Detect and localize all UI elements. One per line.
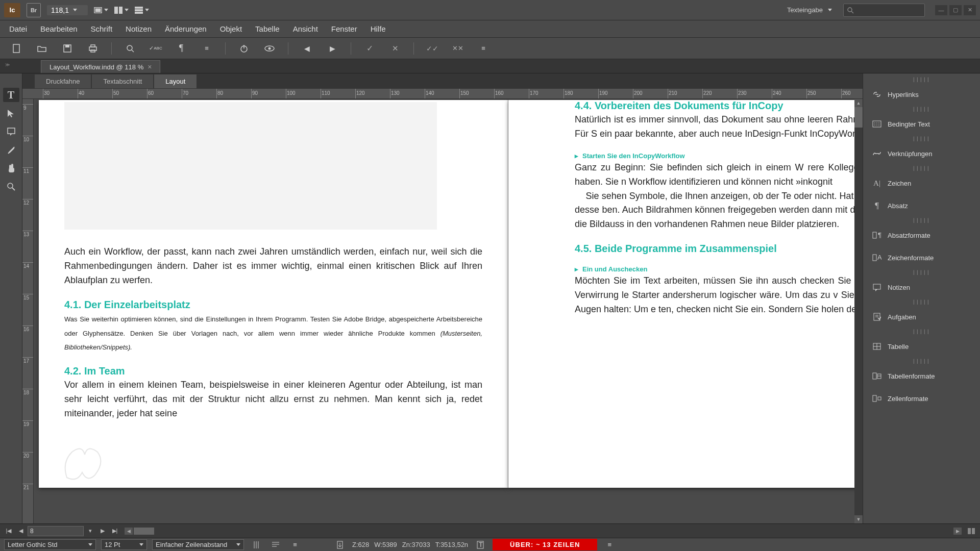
panel-hyperlinks[interactable]: Hyperlinks [863,85,980,104]
maximize-button[interactable]: ▢ [949,5,962,15]
panel-grip-icon[interactable]: ┃┃┃┃┃ [863,359,980,363]
panel-grip-icon[interactable]: ┃┃┃┃┃ [863,107,980,111]
subheading[interactable]: ▸Ein und Auschecken [575,263,863,274]
save-icon[interactable] [60,41,75,56]
tab-druckfahne[interactable]: Druckfahne [35,74,91,88]
heading-4-2[interactable]: 4.2. Im Team [64,365,482,377]
panel-cell-styles[interactable]: Zellenformate [863,389,980,408]
align-icon[interactable] [268,538,283,552]
find-icon[interactable] [123,41,137,56]
arrange-docs-icon[interactable] [114,3,129,17]
hidden-chars-icon[interactable]: ¶ [174,41,188,56]
font-size-select[interactable]: 12 Pt [101,539,147,550]
menu-notizen[interactable]: Notizen [119,21,158,36]
panel-assignments[interactable]: Aufgaben [863,307,980,327]
body-text[interactable]: Natürlich ist es immer sinnvoll, das Dok… [575,113,863,141]
eyedropper-tool[interactable] [3,143,19,157]
fit-icon[interactable]: T [473,538,487,552]
menu-fenster[interactable]: Fenster [325,21,363,36]
note-tool[interactable] [3,124,19,139]
next-change-icon[interactable]: ▶ [325,41,339,56]
close-button[interactable]: ✕ [964,5,976,15]
panel-table-styles[interactable]: Tabellenformate [863,366,980,386]
panel-character-styles[interactable]: AZeichenformate [863,248,980,267]
preview-icon[interactable] [262,41,277,56]
last-page-button[interactable]: ▶| [109,526,120,536]
body-text[interactable]: Sie sehen Symbole, die Ihnen anzeigen, o… [575,189,863,232]
panel-links[interactable]: Verknüpfungen [863,144,980,163]
menu-schrift[interactable]: Schrift [85,21,119,36]
subheading[interactable]: ▸Starten Sie den InCopyWorkflow [575,149,863,161]
prev-change-icon[interactable]: ◀ [300,41,314,56]
power-icon[interactable] [237,41,251,56]
tab-textabschnitt[interactable]: Textabschnitt [92,74,153,88]
split-view-icon[interactable] [966,526,977,536]
accept-change-icon[interactable]: ✓ [362,41,377,56]
panel-conditional-text[interactable]: Bedingter Text [863,114,980,134]
menu-flyout-icon[interactable]: ≡ [200,41,214,56]
panel-grip-icon[interactable]: ┃┃┃┃┃ [863,300,980,304]
menu-datei[interactable]: Datei [3,21,33,36]
vertical-scrollbar[interactable]: ▲ ▼ [854,99,863,523]
panel-character[interactable]: A|Zeichen [863,173,980,193]
page-dropdown-button[interactable]: ▾ [85,526,96,536]
menu-tabelle[interactable]: Tabelle [249,21,286,36]
heading-4-4[interactable]: 4.4. Vorbereiten des Dokuments für InCop… [575,100,863,112]
panel-grip-icon[interactable]: ≫ [5,62,10,67]
menu-bearbeiten[interactable]: Bearbeiten [34,21,84,36]
body-text[interactable]: Auch ein Workflow, der passt, kann nach … [64,245,482,288]
scroll-left-icon[interactable]: ◀ [125,528,133,535]
reject-change-icon[interactable]: ✕ [388,41,402,56]
position-tool[interactable] [3,106,19,120]
menu-hilfe[interactable]: Hilfe [364,21,392,36]
heading-4-1[interactable]: 4.1. Der Einzelarbeitsplatz [64,299,482,311]
screen-mode-icon[interactable] [94,3,108,17]
scroll-down-icon[interactable]: ▼ [854,515,863,523]
columns-icon[interactable] [249,538,263,552]
panel-grip-icon[interactable]: ┃┃┃┃┃ [863,270,980,274]
flyout-icon[interactable]: ≡ [288,538,302,552]
reject-all-icon[interactable]: ✕✕ [451,41,465,56]
menu-objekt[interactable]: Objekt [214,21,248,36]
menu-flyout-icon[interactable]: ≡ [476,41,491,56]
panel-grip-icon[interactable]: ┃┃┃┃┃ [863,330,980,334]
body-text[interactable]: Möchten Sie im Text arbeiten, müssen Sie… [575,274,863,317]
page-canvas[interactable]: Auch ein Workflow, der passt, kann nach … [34,99,863,523]
panel-notes[interactable]: Notizen [863,278,980,297]
body-text[interactable]: Vor allem in einem kleinen Team, beispie… [64,378,482,421]
body-text[interactable]: Ganz zu Beginn: Sie befinden sich gleich… [575,161,863,189]
vertical-ruler[interactable]: 9101112131415161718192021 [22,99,34,523]
panel-paragraph-styles[interactable]: ¶Absatzformate [863,226,980,245]
horizontal-scrollbar[interactable]: ◀ ▶ [125,528,962,535]
leading-select[interactable]: Einfacher Zeilenabstand [152,539,244,550]
scrollbar-thumb[interactable] [854,107,863,128]
copyfit-icon[interactable] [333,538,347,552]
prev-page-button[interactable]: ◀ [15,526,27,536]
flyout-icon[interactable]: ≡ [602,538,617,552]
scroll-up-icon[interactable]: ▲ [854,99,863,107]
spellcheck-icon[interactable]: ✓ABC [149,41,163,56]
font-family-select[interactable]: Letter Gothic Std [4,539,96,550]
panel-grip-icon[interactable]: ┃┃┃┃┃ [863,137,980,141]
body-text[interactable]: Was Sie weiterhin optimieren können, sin… [64,312,482,355]
search-input[interactable] [843,4,925,17]
open-icon[interactable] [35,41,49,56]
heading-4-5[interactable]: 4.5. Beide Programme im Zusammenspiel [575,243,863,255]
minimize-button[interactable]: — [935,5,947,15]
panel-grip-icon[interactable]: ┃┃┃┃┃ [863,78,980,82]
close-tab-icon[interactable]: × [148,63,152,71]
menu-ansicht[interactable]: Ansicht [287,21,324,36]
first-page-button[interactable]: |◀ [3,526,14,536]
zoom-level[interactable]: 118,1 [47,5,88,15]
tab-layout[interactable]: Layout [154,74,197,88]
accept-all-icon[interactable]: ✓✓ [425,41,439,56]
page-number-input[interactable] [28,526,84,536]
scroll-right-icon[interactable]: ▶ [953,528,962,535]
view-options-icon[interactable] [135,3,149,17]
panel-table[interactable]: Tabelle [863,337,980,356]
zoom-tool[interactable] [3,180,19,194]
panel-grip-icon[interactable]: ┃┃┃┃┃ [863,166,980,170]
bridge-icon[interactable]: Br [27,3,41,17]
print-icon[interactable] [86,41,100,56]
new-icon[interactable] [9,41,23,56]
